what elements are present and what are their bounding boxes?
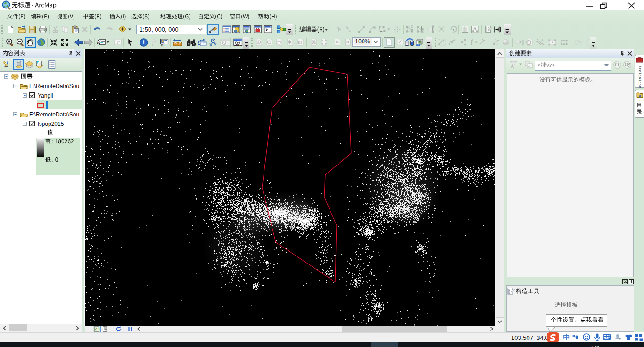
svg-text:1:1: 1:1 bbox=[299, 41, 303, 44]
svg-text:X: X bbox=[209, 42, 213, 47]
svg-text:Y: Y bbox=[214, 42, 217, 47]
svg-text:7: 7 bbox=[619, 338, 621, 341]
svg-text:A: A bbox=[348, 29, 351, 33]
